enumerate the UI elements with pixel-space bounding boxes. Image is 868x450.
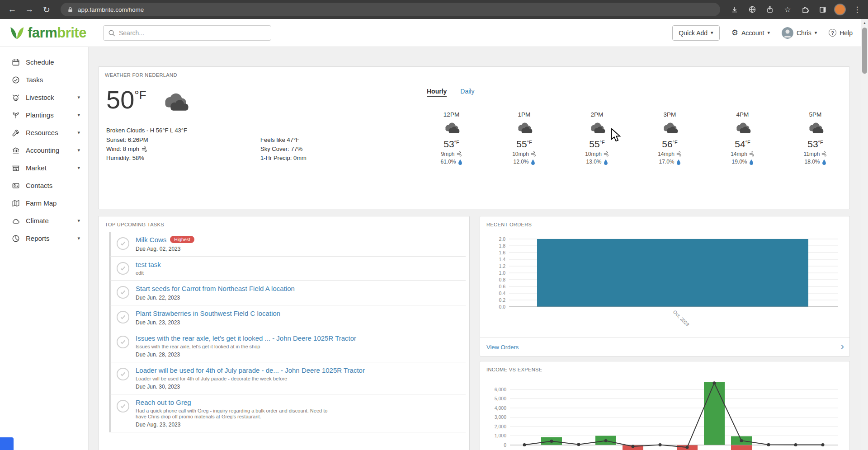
task-complete-checkbox[interactable] [117,368,129,380]
broken-clouds-icon [158,92,193,114]
account-menu[interactable]: ⚙Account▾ [731,28,770,38]
wind-icon [457,151,462,157]
svg-text:2,000: 2,000 [495,424,506,429]
task-row[interactable]: Reach out to Greg Had a quick phone call… [109,394,466,432]
translate-icon[interactable] [746,3,759,16]
task-title-link[interactable]: Issues with the rear axle, let's get it … [136,334,356,342]
hour-precip: 19.0% [706,159,779,165]
task-row[interactable]: Start seeds for Carrot from Northeast Fi… [109,281,466,305]
caret-down-icon: ▾ [711,30,713,36]
tab-daily[interactable]: Daily [460,88,474,97]
weather-card: WEATHER FOR NEDERLAND 50 °F Broken Cloud… [98,66,850,209]
browser-refresh-button[interactable]: ↻ [39,2,54,17]
help-label: Help [840,29,853,37]
svg-text:1.0: 1.0 [499,270,505,276]
task-title-link[interactable]: Loader will be used for 4th of July para… [136,366,365,374]
wind-value: Wind: 8 mph [106,145,139,154]
user-name: Chris [797,29,811,37]
browser-menu-icon[interactable]: ⋮ [851,3,863,16]
sidebar-item-label: Reports [26,234,50,242]
sidebar-item-livestock[interactable]: Livestock ▾ [0,89,88,106]
hour-temp: 54°F [706,139,779,150]
task-list: Milk CowsHighest Due Aug. 02, 2023 test … [99,232,469,432]
sidebar-item-schedule[interactable]: Schedule [0,53,88,71]
browser-back-button[interactable]: ← [5,2,20,17]
scrollbar-up-arrow[interactable]: ▲ [861,19,868,26]
sidebar-item-climate[interactable]: Climate ▾ [0,212,88,230]
farmbrite-logo[interactable]: farmbrite [10,25,86,41]
user-menu[interactable]: Chris▾ [782,27,817,39]
gear-icon: ⚙ [731,28,738,38]
tab-hourly[interactable]: Hourly [427,88,447,97]
svg-text:3,000: 3,000 [495,414,506,420]
svg-text:1.8: 1.8 [499,243,505,248]
bookmark-star-icon[interactable]: ☆ [781,3,794,16]
hour-precip: 17.0% [633,159,706,165]
task-row[interactable]: Loader will be used for 4th of July para… [109,362,466,394]
task-due-date: Due Jun. 22, 2023 [136,295,295,301]
svg-text:0.4: 0.4 [499,291,505,296]
chat-widget[interactable] [0,437,14,450]
sidebar-item-plantings[interactable]: Plantings ▾ [0,106,88,124]
chevron-down-icon: ▾ [77,130,80,136]
global-search[interactable] [103,25,271,41]
task-complete-checkbox[interactable] [117,311,129,323]
sidebar-item-market[interactable]: Market ▾ [0,159,88,177]
sidebar-item-tasks[interactable]: Tasks [0,71,88,89]
hourly-forecast-column: 2PM 55°F 10mph 13.0% [561,111,633,165]
hour-wind: 10mph [561,151,633,157]
task-title-link[interactable]: Plant Strawberries in Southwest Field C … [136,309,280,317]
side-panel-icon[interactable] [816,3,829,16]
sidebar-item-label: Resources [26,129,58,136]
browser-forward-button[interactable]: → [22,2,37,17]
sidebar-item-resources[interactable]: Resources ▾ [0,124,88,141]
plant-icon [12,111,20,119]
quick-add-button[interactable]: Quick Add▾ [672,25,719,41]
browser-profile-avatar[interactable] [834,4,846,15]
task-body: Issues with the rear axle, let's get it … [136,334,356,358]
task-row[interactable]: test task edit [109,257,466,281]
sidebar-item-label: Farm Map [26,199,57,207]
hour-precip: 61.0% [415,159,488,165]
svg-text:0.0: 0.0 [499,304,505,309]
wind-icon [676,151,682,157]
recent-orders-chart: 0.00.20.40.60.81.01.21.41.61.82.0Oct, 20… [481,234,849,337]
sidebar-item-accounting[interactable]: Accounting ▾ [0,141,88,159]
share-icon[interactable] [764,3,776,16]
check-icon [119,289,127,296]
task-title-link[interactable]: Milk Cows [136,236,166,244]
hour-wind: 14mph [706,151,779,157]
sidebar-item-farm-map[interactable]: Farm Map [0,194,88,212]
download-icon[interactable] [728,3,741,16]
task-complete-checkbox[interactable] [117,237,129,250]
site-info-lock-icon[interactable] [67,6,74,13]
task-complete-checkbox[interactable] [117,286,129,299]
hour-label: 2PM [561,111,633,118]
logo-text-brite: brite [57,25,86,41]
page-scrollbar[interactable]: ▲ [861,19,868,450]
url-text: app.farmbrite.com/home [78,6,144,13]
view-orders-link[interactable]: View Orders [486,344,519,351]
svg-text:0.2: 0.2 [499,297,505,303]
address-bar[interactable]: app.farmbrite.com/home [61,3,720,16]
search-input[interactable] [119,29,266,37]
check-circle-icon [12,76,20,84]
cloud-icon [514,122,535,135]
task-title-link[interactable]: test task [136,261,161,268]
task-complete-checkbox[interactable] [117,400,129,412]
sidebar-item-contacts[interactable]: Contacts [0,177,88,194]
extensions-icon[interactable] [799,3,811,16]
task-complete-checkbox[interactable] [117,262,129,275]
svg-text:1.2: 1.2 [499,263,505,269]
task-row[interactable]: Plant Strawberries in Southwest Field C … [109,305,466,330]
task-title-link[interactable]: Start seeds for Carrot from Northeast Fi… [136,285,295,292]
task-complete-checkbox[interactable] [117,336,129,348]
help-button[interactable]: ?Help [829,29,853,37]
task-row[interactable]: Issues with the rear axle, let's get it … [109,330,466,362]
chevron-right-icon[interactable]: › [841,341,844,352]
scrollbar-thumb[interactable] [862,28,867,74]
wind-icon [749,151,755,157]
sidebar-item-reports[interactable]: Reports ▾ [0,230,88,247]
task-row[interactable]: Milk CowsHighest Due Aug. 02, 2023 [109,232,466,257]
task-title-link[interactable]: Reach out to Greg [136,398,191,406]
